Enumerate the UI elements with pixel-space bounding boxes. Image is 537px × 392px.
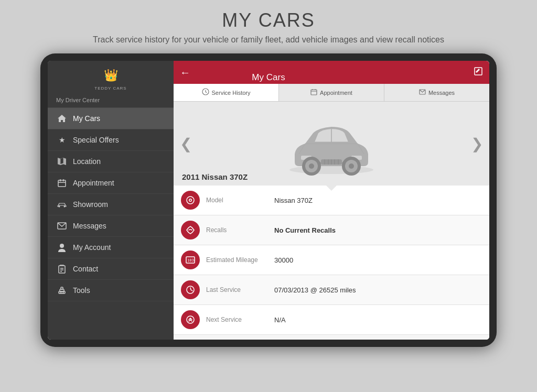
tab-service-history[interactable]: Service History [174, 84, 279, 101]
sidebar-label-special-offers: Special Offers [73, 136, 119, 144]
detail-row-recalls: Recalls No Current Recalls [174, 215, 489, 245]
detail-row-next-service: Next Service N/A [174, 305, 489, 335]
tablet-frame: 👑 TEDDY CARS My Driver Center My Cars ★ … [40, 53, 497, 347]
car-next-button[interactable]: ❯ [471, 135, 483, 153]
topbar: ← My Cars [174, 61, 489, 84]
tab-service-history-label: Service History [212, 90, 251, 96]
logo-icon: 👑 [101, 66, 120, 85]
svg-point-7 [60, 244, 64, 248]
svg-point-25 [289, 166, 373, 174]
recalls-value: No Current Recalls [274, 226, 336, 234]
svg-text:1034: 1034 [187, 258, 195, 263]
edit-button[interactable] [474, 67, 483, 78]
sidebar-label-contact: Contact [73, 265, 98, 273]
tab-messages[interactable]: Messages [384, 84, 489, 101]
svg-point-48 [187, 286, 194, 293]
svg-point-36 [349, 164, 354, 169]
service-history-icon [202, 88, 209, 97]
mileage-label: Estimated Mileage [206, 256, 274, 264]
car-display-arrow [326, 186, 337, 191]
tab-appointment-label: Appointment [320, 90, 352, 96]
messages-icon [419, 89, 426, 96]
sidebar-label-messages: Messages [73, 222, 106, 230]
model-icon [181, 191, 200, 210]
tab-appointment[interactable]: Appointment [279, 84, 384, 101]
sidebar-label-appointment: Appointment [73, 179, 114, 187]
tab-messages-label: Messages [428, 90, 455, 96]
driver-center-label: My Driver Center [48, 94, 174, 108]
sidebar-label-showroom: Showroom [73, 200, 108, 209]
last-service-label: Last Service [206, 286, 274, 293]
sidebar-item-my-cars[interactable]: My Cars [48, 108, 174, 129]
car-name: 2011 Nissan 370Z [182, 172, 248, 181]
sidebar-label-my-account: My Account [73, 243, 111, 252]
tabs: Service History Appointment Messages [174, 84, 489, 102]
sidebar-item-my-account[interactable]: My Account [48, 237, 174, 258]
envelope-icon [56, 221, 68, 231]
sidebar-item-appointment[interactable]: Appointment [48, 172, 174, 194]
sidebar-item-messages[interactable]: Messages [48, 215, 174, 237]
svg-point-45 [190, 200, 191, 201]
last-service-icon [181, 280, 200, 299]
next-service-value: N/A [274, 316, 286, 324]
svg-point-5 [64, 206, 66, 208]
car-display: ❮ [174, 102, 489, 186]
page-header: MY CARS Track service history for your v… [0, 0, 537, 53]
star-icon: ★ [56, 135, 68, 145]
car-image [279, 110, 384, 178]
mileage-icon: 1034 [181, 251, 200, 269]
sidebar-item-location[interactable]: Location [48, 151, 174, 172]
sidebar-item-special-offers[interactable]: ★ Special Offers [48, 129, 174, 151]
tools-icon [56, 286, 68, 295]
sidebar-item-showroom[interactable]: Showroom [48, 194, 174, 215]
back-button[interactable]: ← [180, 67, 190, 79]
clipboard-icon [56, 264, 68, 274]
person-icon [56, 243, 68, 252]
car-prev-button[interactable]: ❮ [180, 135, 192, 153]
calendar-icon [56, 178, 68, 188]
tablet-screen: 👑 TEDDY CARS My Driver Center My Cars ★ … [48, 61, 489, 340]
detail-row-mileage: 1034 Estimated Mileage 30000 [174, 245, 489, 275]
svg-rect-8 [59, 266, 65, 273]
svg-rect-0 [58, 180, 66, 187]
next-service-label: Next Service [206, 316, 274, 323]
main-content: ← My Cars Service History [174, 61, 489, 340]
crown-icon: 👑 [104, 69, 118, 82]
sidebar-logo: 👑 TEDDY CARS [48, 61, 174, 94]
sidebar: 👑 TEDDY CARS My Driver Center My Cars ★ … [48, 61, 174, 340]
topbar-title: My Cars [252, 72, 285, 83]
sidebar-item-contact[interactable]: Contact [48, 258, 174, 280]
recalls-icon [181, 221, 200, 239]
detail-row-last-service: Last Service 07/03/2013 @ 26525 miles [174, 275, 489, 305]
car-details: Model Nissan 370Z Recalls No Current Rec… [174, 186, 489, 340]
home-icon [56, 114, 68, 123]
model-value: Nissan 370Z [274, 197, 313, 204]
svg-point-4 [59, 206, 60, 208]
sidebar-item-tools[interactable]: Tools [48, 280, 174, 301]
sidebar-label-location: Location [73, 157, 101, 166]
model-label: Model [206, 197, 274, 204]
svg-point-33 [309, 164, 314, 169]
page-title: MY CARS [0, 9, 537, 31]
next-service-icon [181, 310, 200, 329]
sidebar-label-tools: Tools [73, 286, 90, 295]
map-icon [56, 157, 68, 166]
last-service-value: 07/03/2013 @ 26525 miles [274, 286, 356, 294]
page-subtitle: Track service history for your vehicle o… [0, 34, 537, 46]
logo-text: TEDDY CARS [48, 86, 174, 91]
car-icon [56, 200, 68, 209]
recalls-label: Recalls [206, 226, 274, 234]
svg-rect-17 [61, 287, 63, 289]
svg-rect-20 [311, 90, 317, 95]
appointment-icon [310, 89, 317, 97]
sidebar-label-my-cars: My Cars [73, 114, 100, 123]
mileage-value: 30000 [274, 256, 293, 264]
